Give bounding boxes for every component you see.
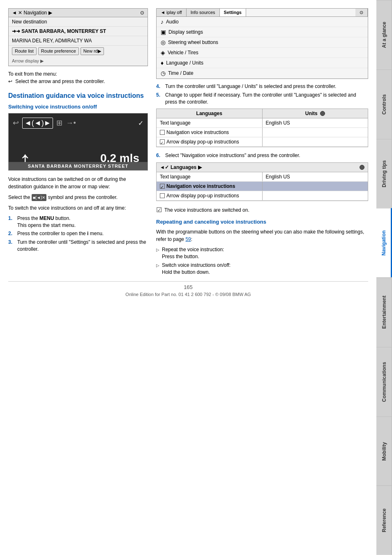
bullet-text-switch: Switch voice instructions on/off:Hold th… (162, 262, 231, 276)
sidebar-item-entertainment[interactable]: Entertainment (376, 278, 392, 347)
voice-on-text: The voice instructions are switched on. (164, 207, 249, 213)
settings-item-vehicle: ◈ Vehicle / Tires (157, 48, 368, 58)
tab-settings[interactable]: Settings (220, 9, 246, 16)
main-content: ◄ ✕ Navigation ▶ ⊙ New destination ➜➜ SA… (0, 0, 376, 555)
lang-cell-text-lang-label: Text language (157, 118, 263, 127)
page-number: 165 (8, 284, 368, 290)
back-arrow-icon: ↩ (8, 79, 12, 84)
settings-item-time: ◷ Time / Date (157, 68, 368, 79)
vehicle-label: Vehicle / Tires (168, 50, 198, 56)
lang2-dot (360, 165, 364, 170)
languages-table-2: ◄ ✓ Languages ▶ Text language English US… (156, 162, 368, 201)
audio-label: Audio (166, 19, 179, 25)
tab-iplay-off[interactable]: ◄ iplay off (157, 9, 187, 16)
lang-col-header-languages: Languages (157, 109, 263, 118)
lang-table-2-header: ◄ ✓ Languages ▶ (157, 163, 368, 172)
settings-screenshot: ◄ iplay off Info sources Settings ⊙ ♪ Au… (156, 8, 368, 79)
checkmark-icon: ✓ (138, 119, 143, 127)
sidebar-item-driving-tips[interactable]: Driving tips (376, 139, 392, 208)
step-6-num: 6. (156, 152, 163, 159)
bullet-item-repeat: ▷ Repeat the voice instruction:Press the… (156, 246, 368, 260)
bullet-arrow-2: ▷ (156, 263, 159, 276)
lang2-nav-voice-checkbox (160, 184, 165, 189)
display-label: Display settings (168, 29, 203, 35)
voice-screenshot: ↩ ◄(◄)► ⊞ →• ✓ ↑ 0,2 mls SANTA BARBARA M… (8, 113, 148, 171)
step-3-text: Turn the controller until "Settings" is … (17, 239, 148, 253)
exit-line2-text: Select the arrow and press the controlle… (15, 79, 105, 84)
lang2-cell-arrow-empty (263, 194, 368, 197)
new-rd-button[interactable]: New rd▶ (81, 47, 104, 55)
step-4-num: 4. (156, 83, 163, 90)
voice-on-check-icon: ☑ (156, 206, 162, 214)
lang-table-1-header: Languages Units (157, 109, 368, 118)
sidebar-item-navigation[interactable]: Navigation (376, 208, 392, 278)
lang-cell-nav-voice: Navigation voice instructions (157, 128, 263, 137)
step-2-text: Press the controller to open the i menu. (17, 230, 104, 237)
left-column: ◄ ✕ Navigation ▶ ⊙ New destination ➜➜ SA… (8, 8, 148, 277)
side-tabs: At a glance Controls Driving tips Naviga… (376, 0, 392, 555)
two-column-layout: ◄ ✕ Navigation ▶ ⊙ New destination ➜➜ SA… (8, 8, 368, 277)
sidebar-item-communications[interactable]: Communications (376, 347, 392, 416)
voice-body-text-3: To switch the voice instructions on and … (8, 204, 148, 212)
audio-icon: ♪ (161, 18, 164, 25)
step-6-text: Select "Navigation voice instructions" a… (165, 152, 300, 159)
lang2-arrow-display-checkbox (160, 193, 165, 198)
step-1-num: 1. (8, 215, 15, 229)
arrow-dot-icon: →• (66, 119, 76, 127)
bullet-item-switch: ▷ Switch voice instructions on/off:Hold … (156, 262, 368, 276)
nav-header-title: ◄ ✕ Navigation ▶ (12, 10, 52, 16)
lang2-cell-text-lang-label: Text language (157, 172, 263, 181)
nav-voice-checkbox (160, 130, 165, 135)
lang2-cell-nav-voice: Navigation voice instructions (157, 182, 263, 191)
time-label: Time / Date (168, 70, 194, 76)
lang-cell-nav-voice-empty (263, 131, 368, 134)
tab-info-sources[interactable]: Info sources (187, 9, 220, 16)
switching-voice-subheading: Switching voice instructions on/off (8, 104, 148, 110)
lang2-checkmark: ✓ (165, 164, 169, 170)
page-ref-59[interactable]: 59 (185, 236, 191, 242)
voice-on-indicator: ☑ The voice instructions are switched on… (156, 206, 368, 214)
step-5-text: Change to upper field if necessary. Turn… (165, 92, 368, 106)
bullet-text-repeat: Repeat the voice instruction:Press the b… (162, 246, 224, 260)
step-1: 1. Press the MENU button.This opens the … (8, 215, 148, 229)
step-5-num: 5. (156, 92, 163, 106)
nav-row-arrow-display: Arrow display ▶ (9, 57, 148, 66)
voice-icons-row: ↩ ◄(◄)► ⊞ →• ✓ (13, 118, 143, 129)
lang-cell-arrow-display: Arrow display pop-up instructions (157, 137, 263, 146)
route-list-button[interactable]: Route list (12, 47, 37, 55)
numbered-steps-list: 1. Press the MENU button.This opens the … (8, 215, 148, 253)
destination-guidance-heading: Destination guidance via voice instructi… (8, 92, 148, 100)
voice-body-text-2: Select the ■(◄)✕ symbol and press the co… (8, 194, 148, 201)
sidebar-item-controls[interactable]: Controls (376, 69, 392, 139)
lang2-row-arrow-display: Arrow display pop-up instructions (157, 191, 368, 201)
repeating-canceling-heading: Repeating and canceling voice instructio… (156, 219, 368, 225)
sidebar-item-at-a-glance[interactable]: At a glance (376, 0, 392, 69)
footer-text: Online Edition for Part no. 01 41 2 600 … (8, 292, 368, 297)
steering-label: Steering wheel buttons (168, 39, 218, 45)
bullet-list: ▷ Repeat the voice instruction:Press the… (156, 246, 368, 275)
nav-row-marina: MARINA DEL REY, ADMIRALTY WA (9, 36, 148, 46)
lang2-cell-english-us: English US (263, 172, 368, 181)
vehicle-icon: ◈ (161, 49, 165, 56)
lang2-cell-nav-voice-empty (263, 185, 368, 188)
street-name-bar: SANTA BARBARA MONTERREY STREET (9, 162, 148, 170)
speaker-icon[interactable]: ◄(◄)► (22, 118, 53, 129)
lang-row-arrow-display: Arrow display pop-up instructions (157, 137, 368, 147)
lang-cell-english-us: English US (263, 118, 368, 127)
route-preference-button[interactable]: Route preference (38, 47, 79, 55)
step-6: 6. Select "Navigation voice instructions… (156, 152, 368, 159)
exit-line2: ↩ Select the arrow and press the control… (8, 78, 148, 85)
sidebar-item-reference[interactable]: Reference (376, 486, 392, 555)
sidebar-item-mobility[interactable]: Mobility (376, 416, 392, 486)
language-icon: ♦ (161, 60, 164, 66)
units-dot (320, 111, 325, 116)
step-5: 5. Change to upper field if necessary. T… (156, 92, 368, 106)
repeating-body: With the programmable buttons on the ste… (156, 228, 368, 243)
tab-power-icon[interactable]: ⊙ (355, 9, 368, 16)
step-3: 3. Turn the controller until "Settings" … (8, 239, 148, 253)
lang-row-nav-voice: Navigation voice instructions (157, 128, 368, 137)
lang2-cell-arrow-display: Arrow display pop-up instructions (157, 191, 263, 200)
voice-body-text-1: Voice instructions can be switched on or… (8, 176, 148, 190)
step-3-num: 3. (8, 239, 15, 253)
page-footer: 165 Online Edition for Part no. 01 41 2 … (8, 281, 368, 297)
